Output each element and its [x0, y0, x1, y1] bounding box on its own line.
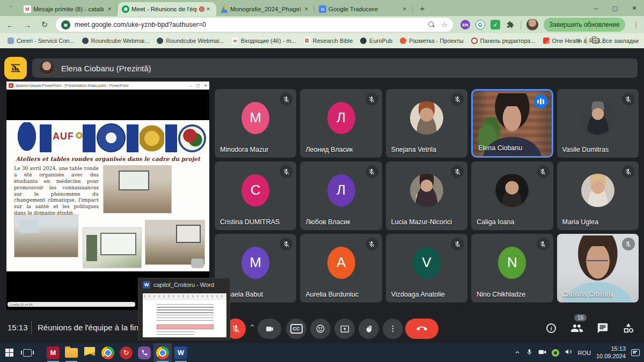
start-button[interactable] — [0, 343, 18, 362]
bookmark-item[interactable]: RResearch Bible — [304, 38, 353, 44]
tray-camera-icon[interactable] — [538, 348, 546, 358]
pinned-app-flag-icon[interactable] — [80, 343, 99, 362]
end-call-button[interactable] — [405, 319, 438, 339]
minimize-button[interactable]: – — [586, 0, 605, 16]
participant-tile[interactable]: Maria Uglea — [557, 161, 639, 230]
bookmark-item[interactable]: Панель редактора... — [471, 38, 536, 44]
all-bookmarks-button[interactable]: Все закладки — [592, 38, 639, 44]
word-taskbar-icon[interactable]: W — [172, 343, 190, 362]
keyboard-language[interactable]: ROU — [577, 350, 590, 356]
camera-options-chevron-icon[interactable] — [249, 322, 255, 330]
close-icon[interactable]: ✕ — [401, 5, 408, 13]
profile-avatar[interactable] — [526, 19, 538, 31]
participant-tile[interactable]: N Nino Chikhladze — [471, 234, 553, 302]
back-button[interactable]: ← — [3, 18, 17, 32]
camera-toggle-button[interactable] — [258, 319, 281, 339]
participant-name: Minodora Mazur — [220, 146, 268, 153]
shared-screen-powerpoint[interactable]: P Демонстрация PowerPoint - [Presentatio… — [6, 82, 209, 310]
maximize-button[interactable]: ▢ — [196, 84, 200, 88]
chat-button[interactable] — [596, 321, 610, 335]
close-icon[interactable]: ✕ — [204, 5, 212, 13]
chrome-icon[interactable] — [99, 343, 117, 362]
tray-antivirus-icon[interactable] — [552, 349, 559, 357]
participant-tile-speaking[interactable]: Elena Ciobanu — [471, 89, 553, 158]
bookmark-item[interactable]: Roundcube Webmai... — [157, 38, 224, 44]
participants-button[interactable]: 16 — [570, 321, 584, 335]
bookmark-item[interactable]: EuroPub — [360, 38, 392, 44]
finish-update-button[interactable]: Завершить обновление — [544, 18, 625, 32]
bookmark-item[interactable]: Roundcube Webmai... — [82, 38, 150, 44]
zoom-icon[interactable] — [428, 21, 435, 28]
close-icon[interactable]: ✕ — [303, 5, 310, 13]
tray-mic-icon[interactable] — [526, 348, 533, 358]
close-icon[interactable]: ✕ — [106, 5, 113, 13]
captions-button[interactable]: CC — [286, 319, 306, 339]
participant-tile[interactable]: M Minodora Mazur — [215, 89, 296, 158]
tab-translate[interactable]: G Google Traducere ✕ — [314, 2, 413, 16]
task-view-button[interactable] — [18, 343, 36, 362]
participant-name: Caliga Ioana — [477, 218, 514, 226]
tab-meet-active[interactable]: ▣ Meet - Réunions de l'équip ✕ — [118, 2, 216, 16]
browser-menu-icon[interactable]: ⋮ — [633, 21, 640, 29]
participant-tile[interactable]: V Vizdoaga Anatolie — [386, 234, 467, 302]
participant-tile[interactable]: Caliga Ioana — [471, 161, 553, 230]
address-bar[interactable]: ▣ meet.google.com/uke-yznb-bpd?authuser=… — [56, 18, 453, 32]
forward-button[interactable]: → — [20, 18, 34, 32]
bookmarks-bar: Cereri - Servicii Con... Roundcube Webma… — [0, 33, 644, 48]
extension-grammarly-icon[interactable]: G — [475, 20, 485, 29]
new-tab-button[interactable]: + — [416, 2, 429, 14]
extension-en-icon[interactable]: EN — [460, 20, 470, 29]
reload-button[interactable]: ↻ — [38, 18, 52, 32]
maximize-button[interactable]: ▢ — [605, 0, 625, 16]
viber-icon[interactable] — [135, 343, 153, 362]
action-center-icon[interactable] — [631, 349, 640, 356]
meeting-details-button[interactable]: i — [544, 321, 558, 335]
word-document-thumbnail[interactable] — [143, 293, 226, 337]
bookmark-item[interactable]: Cereri - Servicii Con... — [8, 38, 75, 44]
participant-tile[interactable]: Л Леонид Власик — [300, 89, 382, 158]
sync-app-icon[interactable]: ↻ — [117, 343, 135, 362]
bookmark-star-icon[interactable]: ☆ — [441, 21, 448, 29]
slide-logo-row: AUF — [6, 122, 209, 156]
tab-drive[interactable]: Monografie_2024_PhageLand - ✕ — [216, 2, 314, 16]
presentation-hidden-icon[interactable] — [4, 57, 27, 79]
participant-name: Snejana Vetrila — [391, 146, 436, 153]
extensions-puzzle-icon[interactable] — [506, 20, 515, 29]
close-icon[interactable]: ✕ — [204, 84, 207, 88]
more-options-button[interactable] — [383, 319, 403, 339]
present-button[interactable] — [334, 319, 355, 339]
bookmark-item[interactable]: Разметка - Проекты — [400, 38, 463, 44]
bookmark-item[interactable]: MВходящие (46) - m... — [232, 38, 296, 44]
close-window-button[interactable]: ✕ — [625, 0, 644, 16]
file-explorer-icon[interactable] — [62, 343, 80, 362]
participant-tile[interactable]: A Aurelia Burduniuc — [300, 234, 382, 302]
participant-name: Любов Власик — [305, 218, 350, 226]
tab-search-button[interactable]: ˇ — [4, 3, 18, 14]
tab-gmail[interactable]: M Mesaje primite (8) - catalina.cro ✕ — [19, 2, 118, 16]
word-preview-popup[interactable]: W capitol_Croitoru - Word — [138, 278, 230, 340]
bookmarks-overflow-button[interactable]: » — [577, 38, 581, 44]
tray-volume-icon[interactable] — [565, 348, 572, 358]
participant-tile[interactable]: Lucia Mazur-Nicorici — [386, 161, 467, 230]
chrome-icon-active[interactable] — [153, 343, 172, 362]
mendeley-icon[interactable]: M — [44, 343, 62, 362]
gmail-icon: M — [232, 38, 238, 44]
participant-tile[interactable]: Vasile Dumitras — [557, 89, 639, 158]
activities-button[interactable] — [621, 321, 635, 335]
reactions-button[interactable] — [310, 319, 331, 339]
slide-nav-pill[interactable] — [191, 258, 204, 268]
minimize-button[interactable]: – — [190, 84, 192, 88]
raise-hand-button[interactable] — [358, 319, 379, 339]
participant-tile[interactable]: Snejana Vetrila — [386, 89, 467, 158]
avatar: M — [241, 102, 269, 134]
tab-label: Google Traducere — [328, 6, 399, 12]
participant-tile[interactable]: C Cristina DUMITRAS — [215, 161, 296, 230]
avatar: A — [327, 247, 355, 279]
taskbar-clock[interactable]: 15:13 10.09.2024 — [596, 345, 626, 360]
participant-tile[interactable]: Л Любов Власик — [300, 161, 382, 230]
avatar-photo — [581, 174, 614, 207]
extension-check-icon[interactable]: ✓ — [491, 20, 500, 29]
participant-tile[interactable]: Catalina Croitoru — [557, 234, 639, 302]
mic-off-icon — [280, 238, 292, 250]
tray-expand-chevron-icon[interactable] — [514, 348, 521, 358]
